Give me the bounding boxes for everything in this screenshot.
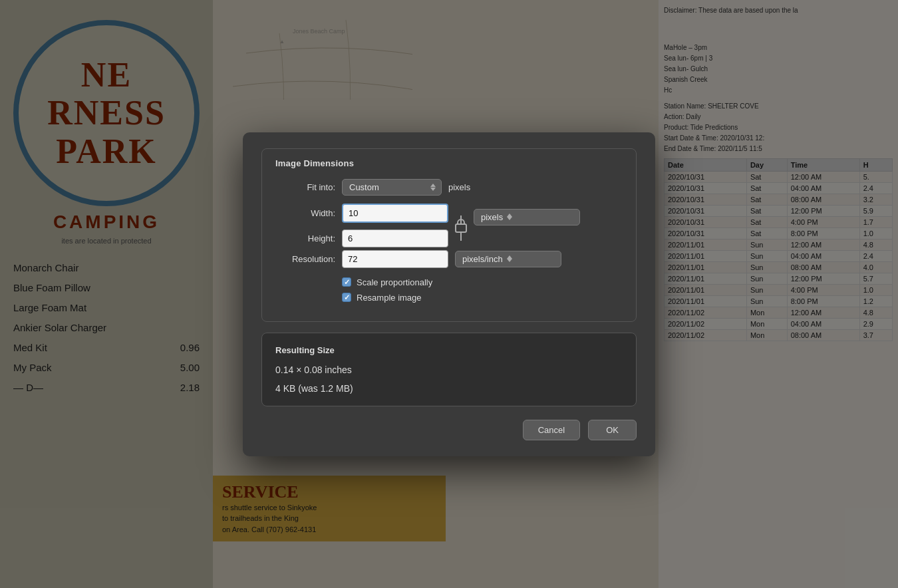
dimension-unit-dropdown[interactable]: pixels [474, 209, 580, 225]
width-row: Width: [275, 204, 448, 223]
dropdown-arrows [426, 184, 436, 191]
height-row: Height: [275, 229, 448, 247]
lock-bottom-line [460, 233, 462, 241]
check-icon-2: ✓ [344, 294, 350, 301]
resolution-row: Resolution: pixels/inch [275, 250, 623, 268]
dialog-buttons: Cancel OK [261, 420, 637, 440]
fit-into-row: Fit into: Custom pixels [275, 179, 623, 196]
height-input[interactable] [342, 229, 448, 247]
resample-image-checkbox[interactable]: ✓ [342, 293, 351, 302]
size-result: 4 KB (was 1.2 MB) [275, 383, 623, 394]
resolution-label: Resolution: [275, 254, 335, 264]
dimension-unit-container: pixels [474, 209, 580, 225]
wh-inputs: Width: Height: [275, 204, 448, 247]
resulting-size-section: Resulting Size 0.14 × 0.08 inches 4 KB (… [261, 333, 637, 406]
dimension-unit-value: pixels [481, 212, 503, 222]
resample-image-row: ✓ Resample image [275, 293, 623, 303]
lock-shackle [457, 219, 465, 225]
resolution-unit-dropdown[interactable]: pixels/inch [455, 251, 561, 267]
fit-into-value: Custom [349, 182, 379, 192]
width-input[interactable] [342, 204, 448, 223]
arrow-up-icon [430, 184, 436, 187]
resolution-unit-value: pixels/inch [462, 254, 503, 264]
fit-into-dropdown[interactable]: Custom [342, 179, 442, 196]
arrow-down-icon [430, 188, 436, 191]
scale-proportionally-row: ✓ Scale proportionally [275, 277, 623, 287]
lock-icon [455, 223, 467, 233]
resulting-size-title: Resulting Size [275, 345, 623, 355]
resolution-input[interactable] [342, 250, 448, 268]
image-dimensions-section: Image Dimensions Fit into: Custom pixels [261, 148, 637, 322]
height-label: Height: [275, 233, 335, 243]
res-arrow-down-icon [507, 259, 512, 262]
width-height-group: Width: Height: [275, 204, 623, 250]
lock-container [455, 204, 467, 250]
resolution-arrows [507, 255, 512, 262]
dimensions-result: 0.14 × 0.08 inches [275, 365, 623, 375]
fit-into-label: Fit into: [275, 182, 335, 192]
image-dimensions-dialog: Image Dimensions Fit into: Custom pixels [243, 132, 655, 456]
width-label: Width: [275, 208, 335, 218]
cancel-button[interactable]: Cancel [523, 420, 580, 440]
ok-button[interactable]: OK [588, 420, 637, 440]
image-dimensions-title: Image Dimensions [275, 158, 623, 168]
unit-arrow-down-icon [507, 217, 512, 220]
unit-dropdown-arrows [507, 214, 512, 220]
resample-image-label: Resample image [357, 293, 422, 303]
scale-proportionally-checkbox[interactable]: ✓ [342, 277, 351, 287]
scale-proportionally-label: Scale proportionally [357, 277, 432, 287]
check-icon: ✓ [344, 279, 350, 286]
dialog-overlay: Image Dimensions Fit into: Custom pixels [0, 0, 898, 588]
fit-into-unit: pixels [448, 182, 470, 192]
